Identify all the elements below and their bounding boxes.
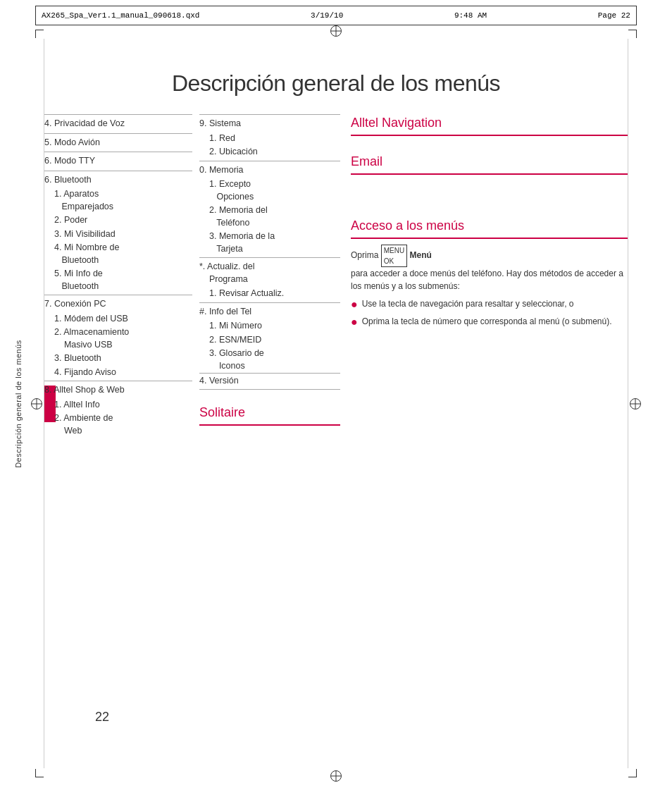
menu-item-main: 9. Sistema (199, 116, 340, 132)
crosshair-right (630, 398, 641, 409)
acceso-text: Oprima MENUOK Menú para acceder a doce m… (351, 245, 628, 328)
sub-item: 1. Aparatos Emparejados (44, 187, 192, 214)
page-number: 22 (95, 710, 109, 725)
sub-item: 1. Alltel Info (44, 398, 192, 412)
sub-item: 3. Memoria de la Tarjeta (199, 230, 340, 256)
header-page-label: Page 22 (598, 11, 630, 20)
sub-item: 2. ESN/MEID (199, 333, 340, 347)
menu-item-main: 7. Conexión PC (44, 297, 192, 312)
content-area: 4. Privacidad de Voz 5. Modo Avión 6. Mo… (44, 114, 628, 439)
menu-item: 5. Modo Avión (44, 135, 192, 151)
sub-item: 3. Glosario de Iconos (199, 347, 340, 373)
bullet-text: Use la tecla de navegación para resaltar… (362, 298, 574, 310)
header-filename: AX265_Spa_Ver1.1_manual_090618.qxd (42, 11, 199, 20)
sub-item: 4. Fijando Aviso (44, 366, 192, 380)
crosshair-top (330, 25, 342, 37)
left-column: 4. Privacidad de Voz 5. Modo Avión 6. Mo… (44, 114, 192, 439)
sub-item: 3. Mi Visibilidad (44, 228, 192, 242)
mid-sistema: 9. Sistema 1. Red 2. Ubicación (199, 114, 340, 161)
sub-item: 2. Ambiente de Web (44, 412, 192, 438)
menu-kbd: MENUOK (381, 245, 407, 267)
header-time: 9:48 AM (454, 11, 487, 20)
spine-label: Descripción general de los menús (14, 340, 23, 468)
corner-mark-tr (628, 30, 637, 38)
spacer (351, 140, 628, 153)
left-item-conexion: 7. Conexión PC 1. Módem del USB 2. Almac… (44, 295, 192, 381)
bullet-text: Oprima la tecla de número que correspond… (362, 316, 612, 328)
sub-item: 2. Ubicación (199, 145, 340, 159)
left-item-bluetooth: 6. Bluetooth 1. Aparatos Emparejados 2. … (44, 171, 192, 295)
sub-item: 1. Red (199, 132, 340, 146)
email-link: Email (351, 153, 628, 175)
mid-info-tel: #. Info del Tel 1. Mi Número 2. ESN/MEID… (199, 302, 340, 391)
sub-item: 3. Bluetooth (44, 352, 192, 366)
alltel-nav-link: Alltel Navigation (351, 114, 628, 136)
acceso-title: Acceso a los menús (351, 217, 628, 238)
page-title: Descripción general de los menús (44, 39, 628, 114)
sub-item: 1. Mi Número (199, 319, 340, 333)
menu-item-main: 8. Alltel Shop & Web (44, 383, 192, 398)
corner-mark-br (628, 769, 637, 777)
middle-column: 9. Sistema 1. Red 2. Ubicación 0. Memori… (199, 114, 340, 439)
sub-item: 2. Almacenamiento Masivo USB (44, 326, 192, 352)
bullet-list: ● Use la tecla de navegación para resalt… (351, 298, 628, 328)
sub-item: 1. Módem del USB (44, 312, 192, 326)
main-content: Descripción general de los menús 4. Priv… (44, 39, 628, 768)
sub-item: 1. Revisar Actualiz. (199, 287, 340, 301)
mid-actualiz: *. Actualiz. del Programa 1. Revisar Act… (199, 257, 340, 302)
header-date: 3/19/10 (311, 11, 343, 20)
acceso-para1: Oprima MENUOK Menú para acceder a doce m… (351, 245, 628, 292)
sub-item: 2. Poder (44, 214, 192, 228)
list-item: ● Use la tecla de navegación para resalt… (351, 298, 628, 310)
right-column: Alltel Navigation Email Acceso a los men… (351, 114, 628, 439)
menu-item: 4. Privacidad de Voz (44, 116, 192, 132)
corner-mark-tl (35, 30, 44, 38)
crosshair-left (31, 398, 42, 409)
bullet-icon: ● (351, 299, 358, 310)
left-item-3: 6. Modo TTY (44, 152, 192, 171)
menu-item-main: 0. Memoria (199, 163, 340, 178)
sub-item: 2. Memoria del Teléfono (199, 204, 340, 230)
menu-item-main: 6. Bluetooth (44, 173, 192, 188)
left-item-1: 4. Privacidad de Voz (44, 114, 192, 133)
crosshair-bottom (330, 770, 342, 782)
menu-item-main: #. Info del Tel (199, 304, 340, 320)
solitaire-link: Solitaire (199, 404, 340, 426)
sub-item: 1. Excepto Opciones (199, 178, 340, 204)
sub-item: 4. Mi Nombre de Bluetooth (44, 241, 192, 267)
solitaire-section: Solitaire (199, 404, 340, 426)
bullet-icon: ● (351, 316, 358, 328)
left-item-2: 5. Modo Avión (44, 133, 192, 152)
sep-right (628, 39, 628, 768)
list-item: ● Oprima la tecla de número que correspo… (351, 316, 628, 328)
corner-mark-bl (35, 769, 44, 777)
left-item-alltel: 8. Alltel Shop & Web 1. Alltel Info 2. A… (44, 381, 192, 439)
sub-item: 5. Mi Info de Bluetooth (44, 267, 192, 293)
acceso-box: Acceso a los menús Oprima MENUOK Menú pa… (351, 217, 628, 328)
mid-memoria: 0. Memoria 1. Excepto Opciones 2. Memori… (199, 161, 340, 258)
page-header: AX265_Spa_Ver1.1_manual_090618.qxd 3/19/… (35, 6, 637, 25)
sub-item: 4. Versión (199, 373, 340, 390)
menu-item: 6. Modo TTY (44, 154, 192, 169)
menu-item-main: *. Actualiz. del Programa (199, 259, 340, 287)
